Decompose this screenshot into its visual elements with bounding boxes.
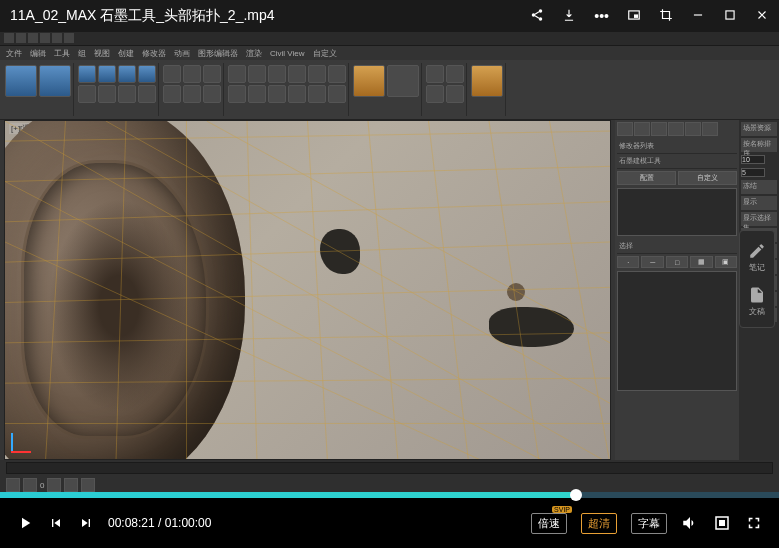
- ribbon-button[interactable]: [446, 65, 464, 83]
- utilities-tab[interactable]: [702, 122, 718, 136]
- ribbon-brush-button[interactable]: [471, 65, 503, 97]
- speed-button[interactable]: 倍速SVIP: [531, 513, 567, 534]
- more-icon[interactable]: •••: [594, 8, 609, 24]
- ribbon-button[interactable]: [308, 85, 326, 103]
- ribbon-button[interactable]: [228, 85, 246, 103]
- menu-item[interactable]: 组: [78, 48, 86, 59]
- menu-item[interactable]: 工具: [54, 48, 70, 59]
- ribbon-button[interactable]: [248, 85, 266, 103]
- pip-icon[interactable]: [627, 8, 641, 25]
- qat-button[interactable]: [52, 33, 62, 43]
- modifier-list-label[interactable]: 修改器列表: [617, 139, 737, 154]
- ribbon-button[interactable]: [426, 65, 444, 83]
- subtitle-button[interactable]: 字幕: [631, 513, 667, 534]
- hierarchy-tab[interactable]: [651, 122, 667, 136]
- ribbon-button[interactable]: [328, 85, 346, 103]
- ribbon-button[interactable]: [183, 65, 201, 83]
- motion-tab[interactable]: [668, 122, 684, 136]
- ribbon-button[interactable]: [39, 65, 71, 97]
- ribbon-button[interactable]: [446, 85, 464, 103]
- ribbon-button[interactable]: [138, 85, 156, 103]
- ribbon-button[interactable]: [163, 85, 181, 103]
- maximize-icon[interactable]: [723, 8, 737, 25]
- ribbon-button[interactable]: [308, 65, 326, 83]
- ribbon-button[interactable]: [203, 65, 221, 83]
- display-tab[interactable]: [685, 122, 701, 136]
- subobj-poly[interactable]: ▦: [690, 256, 712, 268]
- ribbon-button[interactable]: [163, 65, 181, 83]
- qat-button[interactable]: [40, 33, 50, 43]
- share-icon[interactable]: [530, 8, 544, 25]
- quality-button[interactable]: 超清: [581, 513, 617, 534]
- qat-button[interactable]: [16, 33, 26, 43]
- qat-button[interactable]: [4, 33, 14, 43]
- ribbon-button[interactable]: [288, 65, 306, 83]
- menu-item[interactable]: 渲染: [246, 48, 262, 59]
- ribbon-button[interactable]: [353, 65, 385, 97]
- timeline-track[interactable]: [6, 462, 773, 474]
- minimize-icon[interactable]: [691, 8, 705, 25]
- ribbon-button[interactable]: [118, 65, 136, 83]
- menu-item[interactable]: 修改器: [142, 48, 166, 59]
- ribbon-button[interactable]: [387, 65, 419, 97]
- menu-item[interactable]: 创建: [118, 48, 134, 59]
- menu-item[interactable]: 图形编辑器: [198, 48, 238, 59]
- menu-item[interactable]: 文件: [6, 48, 22, 59]
- ribbon-button[interactable]: [78, 65, 96, 83]
- menu-item[interactable]: 动画: [174, 48, 190, 59]
- timeline-button[interactable]: [23, 478, 37, 492]
- volume-icon[interactable]: [681, 514, 699, 532]
- settings-icon[interactable]: [713, 514, 731, 532]
- close-icon[interactable]: [755, 8, 769, 25]
- qat-button[interactable]: [64, 33, 74, 43]
- panel-button[interactable]: 配置: [617, 171, 676, 185]
- ribbon-button[interactable]: [328, 65, 346, 83]
- ribbon-button[interactable]: [268, 65, 286, 83]
- ribbon-button[interactable]: [78, 85, 96, 103]
- subobj-vertex[interactable]: ·: [617, 256, 639, 268]
- timeline-button[interactable]: [81, 478, 95, 492]
- ribbon-button[interactable]: [288, 85, 306, 103]
- viewport-perspective[interactable]: [+][透视][真实+边面]: [5, 121, 610, 459]
- panel-button[interactable]: 自定义: [678, 171, 737, 185]
- selection-rollout[interactable]: 选择: [617, 239, 737, 254]
- ribbon-button[interactable]: [5, 65, 37, 97]
- ribbon-button[interactable]: [248, 65, 266, 83]
- menu-item[interactable]: 编辑: [30, 48, 46, 59]
- ribbon-button[interactable]: [183, 85, 201, 103]
- crop-icon[interactable]: [659, 8, 673, 25]
- prev-icon[interactable]: [48, 515, 64, 531]
- subobj-edge[interactable]: ─: [641, 256, 663, 268]
- subobj-element[interactable]: ▣: [715, 256, 737, 268]
- ribbon-button[interactable]: [98, 85, 116, 103]
- modifier-stack[interactable]: [617, 188, 737, 236]
- ribbon-button[interactable]: [268, 85, 286, 103]
- menu-item[interactable]: Civil View: [270, 49, 305, 58]
- ribbon-button[interactable]: [426, 85, 444, 103]
- subobj-border[interactable]: □: [666, 256, 688, 268]
- video-progress[interactable]: [0, 492, 779, 498]
- play-icon[interactable]: [16, 514, 34, 532]
- ribbon-button[interactable]: [203, 85, 221, 103]
- download-icon[interactable]: [562, 8, 576, 25]
- axis-gizmo[interactable]: [11, 423, 41, 453]
- ribbon-button[interactable]: [228, 65, 246, 83]
- ribbon-button[interactable]: [138, 65, 156, 83]
- next-icon[interactable]: [78, 515, 94, 531]
- qat-button[interactable]: [28, 33, 38, 43]
- spinner[interactable]: [741, 155, 765, 164]
- create-tab[interactable]: [617, 122, 633, 136]
- note-tool[interactable]: 笔记: [743, 237, 771, 277]
- menu-item[interactable]: 视图: [94, 48, 110, 59]
- ribbon-button[interactable]: [118, 85, 136, 103]
- spinner[interactable]: [741, 168, 765, 177]
- doc-tool[interactable]: 文稿: [743, 281, 771, 321]
- timeline-button[interactable]: [6, 478, 20, 492]
- menu-item[interactable]: 自定义: [313, 48, 337, 59]
- modifier-item[interactable]: 石墨建模工具: [617, 154, 737, 169]
- play-button[interactable]: [47, 478, 61, 492]
- ribbon-button[interactable]: [98, 65, 116, 83]
- fullscreen-icon[interactable]: [745, 514, 763, 532]
- modify-tab[interactable]: [634, 122, 650, 136]
- timeline-button[interactable]: [64, 478, 78, 492]
